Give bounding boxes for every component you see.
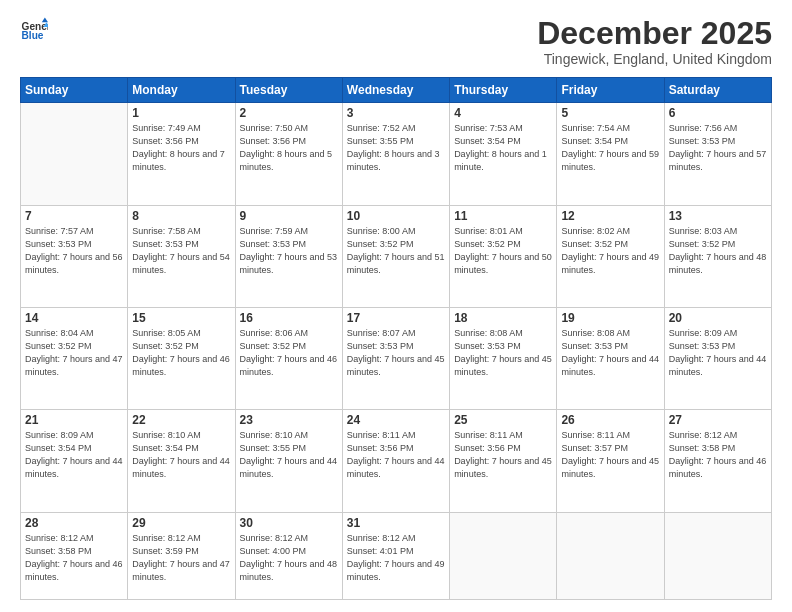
day-number: 17 [347,311,445,325]
day-info: Sunrise: 8:08 AMSunset: 3:53 PMDaylight:… [454,327,552,379]
table-row: 30 Sunrise: 8:12 AMSunset: 4:00 PMDaylig… [235,512,342,600]
day-info: Sunrise: 7:54 AMSunset: 3:54 PMDaylight:… [561,122,659,174]
week-row-2: 7 Sunrise: 7:57 AMSunset: 3:53 PMDayligh… [21,205,772,307]
day-info: Sunrise: 7:56 AMSunset: 3:53 PMDaylight:… [669,122,767,174]
day-number: 5 [561,106,659,120]
day-number: 26 [561,413,659,427]
col-friday: Friday [557,78,664,103]
table-row [664,512,771,600]
svg-marker-2 [42,18,48,23]
day-info: Sunrise: 8:05 AMSunset: 3:52 PMDaylight:… [132,327,230,379]
day-number: 16 [240,311,338,325]
col-monday: Monday [128,78,235,103]
logo: General Blue [20,16,48,44]
day-info: Sunrise: 8:00 AMSunset: 3:52 PMDaylight:… [347,225,445,277]
day-number: 18 [454,311,552,325]
table-row: 12 Sunrise: 8:02 AMSunset: 3:52 PMDaylig… [557,205,664,307]
day-number: 3 [347,106,445,120]
day-info: Sunrise: 8:08 AMSunset: 3:53 PMDaylight:… [561,327,659,379]
table-row: 9 Sunrise: 7:59 AMSunset: 3:53 PMDayligh… [235,205,342,307]
table-row: 31 Sunrise: 8:12 AMSunset: 4:01 PMDaylig… [342,512,449,600]
week-row-5: 28 Sunrise: 8:12 AMSunset: 3:58 PMDaylig… [21,512,772,600]
col-thursday: Thursday [450,78,557,103]
day-info: Sunrise: 8:06 AMSunset: 3:52 PMDaylight:… [240,327,338,379]
day-number: 20 [669,311,767,325]
col-wednesday: Wednesday [342,78,449,103]
week-row-4: 21 Sunrise: 8:09 AMSunset: 3:54 PMDaylig… [21,410,772,512]
day-number: 22 [132,413,230,427]
day-info: Sunrise: 7:53 AMSunset: 3:54 PMDaylight:… [454,122,552,174]
table-row: 6 Sunrise: 7:56 AMSunset: 3:53 PMDayligh… [664,103,771,205]
header-row: Sunday Monday Tuesday Wednesday Thursday… [21,78,772,103]
week-row-1: 1 Sunrise: 7:49 AMSunset: 3:56 PMDayligh… [21,103,772,205]
day-number: 25 [454,413,552,427]
table-row: 24 Sunrise: 8:11 AMSunset: 3:56 PMDaylig… [342,410,449,512]
day-info: Sunrise: 8:12 AMSunset: 3:59 PMDaylight:… [132,532,230,584]
day-info: Sunrise: 7:59 AMSunset: 3:53 PMDaylight:… [240,225,338,277]
day-info: Sunrise: 8:12 AMSunset: 3:58 PMDaylight:… [25,532,123,584]
day-number: 23 [240,413,338,427]
day-number: 4 [454,106,552,120]
day-number: 28 [25,516,123,530]
month-title: December 2025 [537,16,772,51]
table-row: 11 Sunrise: 8:01 AMSunset: 3:52 PMDaylig… [450,205,557,307]
table-row: 22 Sunrise: 8:10 AMSunset: 3:54 PMDaylig… [128,410,235,512]
table-row: 1 Sunrise: 7:49 AMSunset: 3:56 PMDayligh… [128,103,235,205]
table-row: 23 Sunrise: 8:10 AMSunset: 3:55 PMDaylig… [235,410,342,512]
table-row: 16 Sunrise: 8:06 AMSunset: 3:52 PMDaylig… [235,307,342,409]
day-number: 21 [25,413,123,427]
table-row: 25 Sunrise: 8:11 AMSunset: 3:56 PMDaylig… [450,410,557,512]
day-info: Sunrise: 8:12 AMSunset: 3:58 PMDaylight:… [669,429,767,481]
table-row: 17 Sunrise: 8:07 AMSunset: 3:53 PMDaylig… [342,307,449,409]
day-info: Sunrise: 8:11 AMSunset: 3:56 PMDaylight:… [347,429,445,481]
day-number: 11 [454,209,552,223]
table-row: 3 Sunrise: 7:52 AMSunset: 3:55 PMDayligh… [342,103,449,205]
day-info: Sunrise: 7:52 AMSunset: 3:55 PMDaylight:… [347,122,445,174]
header: General Blue December 2025 Tingewick, En… [20,16,772,67]
day-number: 2 [240,106,338,120]
day-info: Sunrise: 8:11 AMSunset: 3:56 PMDaylight:… [454,429,552,481]
table-row: 2 Sunrise: 7:50 AMSunset: 3:56 PMDayligh… [235,103,342,205]
day-number: 9 [240,209,338,223]
day-info: Sunrise: 8:04 AMSunset: 3:52 PMDaylight:… [25,327,123,379]
day-info: Sunrise: 7:49 AMSunset: 3:56 PMDaylight:… [132,122,230,174]
col-tuesday: Tuesday [235,78,342,103]
day-info: Sunrise: 8:12 AMSunset: 4:01 PMDaylight:… [347,532,445,584]
svg-text:Blue: Blue [22,30,44,41]
location: Tingewick, England, United Kingdom [537,51,772,67]
day-number: 8 [132,209,230,223]
day-number: 24 [347,413,445,427]
table-row: 7 Sunrise: 7:57 AMSunset: 3:53 PMDayligh… [21,205,128,307]
table-row [450,512,557,600]
day-info: Sunrise: 7:57 AMSunset: 3:53 PMDaylight:… [25,225,123,277]
day-info: Sunrise: 8:12 AMSunset: 4:00 PMDaylight:… [240,532,338,584]
table-row: 15 Sunrise: 8:05 AMSunset: 3:52 PMDaylig… [128,307,235,409]
table-row [557,512,664,600]
calendar-page: General Blue December 2025 Tingewick, En… [0,0,792,612]
table-row [21,103,128,205]
day-number: 29 [132,516,230,530]
day-number: 27 [669,413,767,427]
table-row: 28 Sunrise: 8:12 AMSunset: 3:58 PMDaylig… [21,512,128,600]
day-info: Sunrise: 8:10 AMSunset: 3:54 PMDaylight:… [132,429,230,481]
day-number: 14 [25,311,123,325]
table-row: 21 Sunrise: 8:09 AMSunset: 3:54 PMDaylig… [21,410,128,512]
day-number: 30 [240,516,338,530]
day-number: 10 [347,209,445,223]
table-row: 8 Sunrise: 7:58 AMSunset: 3:53 PMDayligh… [128,205,235,307]
day-info: Sunrise: 8:03 AMSunset: 3:52 PMDaylight:… [669,225,767,277]
table-row: 18 Sunrise: 8:08 AMSunset: 3:53 PMDaylig… [450,307,557,409]
week-row-3: 14 Sunrise: 8:04 AMSunset: 3:52 PMDaylig… [21,307,772,409]
day-info: Sunrise: 8:07 AMSunset: 3:53 PMDaylight:… [347,327,445,379]
table-row: 14 Sunrise: 8:04 AMSunset: 3:52 PMDaylig… [21,307,128,409]
col-saturday: Saturday [664,78,771,103]
day-info: Sunrise: 8:09 AMSunset: 3:53 PMDaylight:… [669,327,767,379]
table-row: 4 Sunrise: 7:53 AMSunset: 3:54 PMDayligh… [450,103,557,205]
table-row: 29 Sunrise: 8:12 AMSunset: 3:59 PMDaylig… [128,512,235,600]
logo-icon: General Blue [20,16,48,44]
table-row: 5 Sunrise: 7:54 AMSunset: 3:54 PMDayligh… [557,103,664,205]
day-info: Sunrise: 8:02 AMSunset: 3:52 PMDaylight:… [561,225,659,277]
day-info: Sunrise: 7:58 AMSunset: 3:53 PMDaylight:… [132,225,230,277]
day-number: 19 [561,311,659,325]
day-info: Sunrise: 8:01 AMSunset: 3:52 PMDaylight:… [454,225,552,277]
